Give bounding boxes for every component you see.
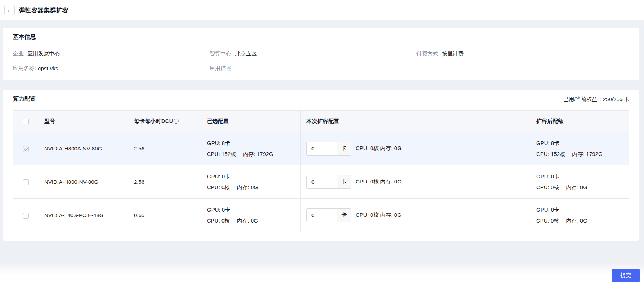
footer-bar: 提交 <box>0 261 644 286</box>
gpu-config-table: 型号 每卡每小时DCUⓘ 已选配置 本次扩容配置 扩容后配额 NVIDIA-H8… <box>13 110 629 232</box>
page-title: 弹性容器集群扩容 <box>19 6 68 14</box>
table-row: NVIDIA-L40S-PCIE-48G 0.65 GPU: 0卡 CPU: 0… <box>13 199 629 232</box>
header-expand-config: 本次扩容配置 <box>301 111 530 132</box>
unit-addon: 卡 <box>337 208 351 222</box>
selected-cpu-mem: CPU: 152核 内存: 1792G <box>207 149 300 159</box>
basic-info-grid: 企业: 应用发展中心 智算中心: 北京五区 付费方式: 按量计费 应用名称: c… <box>13 50 629 72</box>
field-enterprise: 企业: 应用发展中心 <box>13 50 209 57</box>
selected-cpu-mem: CPU: 0核 内存: 0G <box>207 182 300 193</box>
field-label: 智算中心: <box>209 50 233 57</box>
field-label: 应用描述: <box>209 65 233 72</box>
field-value: - <box>235 65 237 71</box>
row-select-checkbox[interactable] <box>23 213 29 219</box>
after-gpu: GPU: 0卡 <box>536 204 629 215</box>
header-model: 型号 <box>38 111 128 132</box>
header-dcu-label: 每卡每小时DCU <box>134 118 173 124</box>
submit-button[interactable]: 提交 <box>612 269 640 282</box>
basic-info-card: 基本信息 企业: 应用发展中心 智算中心: 北京五区 付费方式: 按量计费 应用… <box>3 28 639 80</box>
compute-config-header: 算力配置 已用/当前权益：250/256 卡 <box>13 95 629 103</box>
cell-model: NVIDIA-H800A-NV-80G <box>38 132 128 165</box>
cell-selected-config: GPU: 0卡 CPU: 0核 内存: 0G <box>201 165 301 199</box>
header-dcu: 每卡每小时DCUⓘ <box>128 111 201 132</box>
unit-addon: 卡 <box>337 175 351 189</box>
back-button[interactable]: ← <box>4 5 15 15</box>
expand-cpu-mem: CPU: 0核 内存: 0G <box>356 145 402 152</box>
field-value: 应用发展中心 <box>27 50 60 57</box>
unit-addon: 卡 <box>337 142 351 156</box>
cell-model: NVIDIA-L40S-PCIE-48G <box>38 199 128 232</box>
page-body: 基本信息 企业: 应用发展中心 智算中心: 北京五区 付费方式: 按量计费 应用… <box>0 20 644 241</box>
table-row: NVIDIA-H800-NV-80G 2.56 GPU: 0卡 CPU: 0核 … <box>13 165 629 199</box>
after-cpu-mem: CPU: 152核 内存: 1792G <box>536 149 629 159</box>
selected-gpu: GPU: 0卡 <box>207 204 300 215</box>
table-header-row: 型号 每卡每小时DCUⓘ 已选配置 本次扩容配置 扩容后配额 <box>13 111 629 132</box>
dcu-info-icon[interactable]: ⓘ <box>174 118 179 125</box>
row-select-checkbox[interactable] <box>23 179 29 185</box>
after-cpu-mem: CPU: 0核 内存: 0G <box>536 182 629 193</box>
select-all-checkbox[interactable] <box>23 119 29 124</box>
row-checkbox-cell <box>13 132 38 165</box>
selected-gpu: GPU: 0卡 <box>207 171 300 182</box>
row-checkbox-cell <box>13 165 38 199</box>
selected-gpu: GPU: 8卡 <box>207 138 300 149</box>
cell-model: NVIDIA-H800-NV-80G <box>38 165 128 199</box>
cell-expand-config: 卡 CPU: 0核 内存: 0G <box>301 165 530 199</box>
cell-dcu: 2.56 <box>128 132 201 165</box>
after-cpu-mem: CPU: 0核 内存: 0G <box>536 215 629 226</box>
cell-after-quota: GPU: 0卡 CPU: 0核 内存: 0G <box>530 199 629 232</box>
field-value: 北京五区 <box>235 50 257 57</box>
field-label: 应用名称: <box>13 65 36 72</box>
header-selected-config: 已选配置 <box>201 111 301 132</box>
field-label: 付费方式: <box>416 50 440 57</box>
selected-cpu-mem: CPU: 0核 内存: 0G <box>207 215 300 226</box>
field-label: 企业: <box>13 50 25 57</box>
after-gpu: GPU: 8卡 <box>536 138 629 149</box>
basic-info-title: 基本信息 <box>13 33 629 41</box>
header-after-quota: 扩容后配额 <box>530 111 629 132</box>
compute-config-title: 算力配置 <box>13 95 36 103</box>
field-app-name: 应用名称: cpst-vks <box>13 65 209 72</box>
cell-selected-config: GPU: 8卡 CPU: 152核 内存: 1792G <box>201 132 301 165</box>
cell-dcu: 2.56 <box>128 165 201 199</box>
expand-cpu-mem: CPU: 0核 内存: 0G <box>356 212 402 219</box>
field-compute-center: 智算中心: 北京五区 <box>209 50 416 57</box>
row-checkbox-cell <box>13 199 38 232</box>
expand-count-input[interactable] <box>306 208 337 222</box>
field-app-description: 应用描述: - <box>209 65 416 72</box>
cell-after-quota: GPU: 0卡 CPU: 0核 内存: 0G <box>530 165 629 199</box>
back-arrow-icon: ← <box>7 7 12 13</box>
cell-selected-config: GPU: 0卡 CPU: 0核 内存: 0G <box>201 199 301 232</box>
field-billing-mode: 付费方式: 按量计费 <box>416 50 629 57</box>
row-select-checkbox[interactable] <box>23 146 29 152</box>
field-value: cpst-vks <box>38 65 58 71</box>
expand-cpu-mem: CPU: 0核 内存: 0G <box>356 178 402 185</box>
header-checkbox-cell <box>13 111 38 132</box>
quota-summary: 已用/当前权益：250/256 卡 <box>563 96 629 103</box>
table-row: NVIDIA-H800A-NV-80G 2.56 GPU: 8卡 CPU: 15… <box>13 132 629 165</box>
cell-after-quota: GPU: 8卡 CPU: 152核 内存: 1792G <box>530 132 629 165</box>
expand-count-input[interactable] <box>306 142 337 156</box>
cell-expand-config: 卡 CPU: 0核 内存: 0G <box>301 199 530 232</box>
after-gpu: GPU: 0卡 <box>536 171 629 182</box>
expand-count-input[interactable] <box>306 175 337 189</box>
top-bar: ← 弹性容器集群扩容 <box>0 0 644 20</box>
field-value: 按量计费 <box>442 50 464 57</box>
cell-dcu: 0.65 <box>128 199 201 232</box>
compute-config-card: 算力配置 已用/当前权益：250/256 卡 型号 每卡每小时DCUⓘ 已选配置… <box>3 90 639 241</box>
cell-expand-config: 卡 CPU: 0核 内存: 0G <box>301 132 530 165</box>
